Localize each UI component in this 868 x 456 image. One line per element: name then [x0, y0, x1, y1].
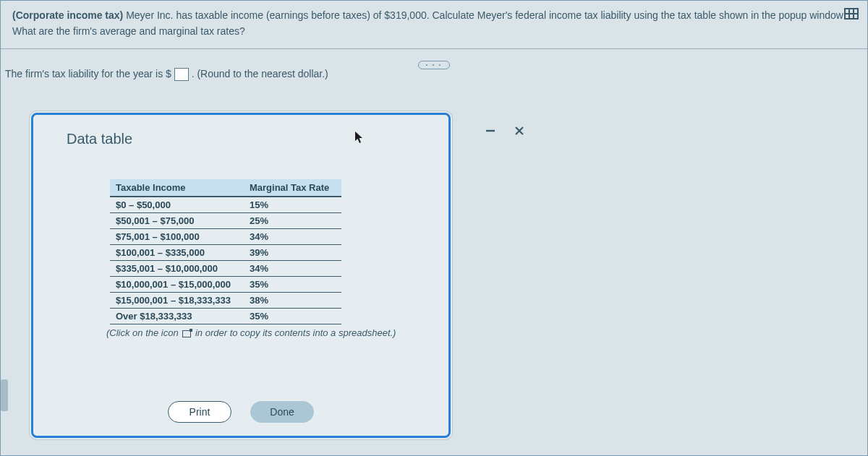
tax-table: Taxable Income Marginal Tax Rate $0 – $5… [110, 179, 430, 338]
copy-icon[interactable] [182, 330, 191, 337]
dialog-frame: Data table Taxable Income Marginal Tax R… [31, 113, 451, 438]
cell-bracket: Over $18,333,333 [110, 309, 244, 324]
cell-rate: 35% [244, 309, 341, 324]
scrollbar-handle[interactable] [1, 379, 8, 411]
question-block: (Corporate income tax) Meyer Inc. has ta… [1, 1, 867, 49]
cell-rate: 35% [244, 277, 341, 293]
cell-bracket: $15,000,001 – $18,333,333 [110, 293, 244, 309]
cell-bracket: $75,001 – $100,000 [110, 229, 244, 245]
spreadsheet-icon[interactable] [844, 8, 859, 20]
cell-rate: 39% [244, 245, 341, 261]
table-row: $50,001 – $75,00025% [110, 213, 341, 229]
question-tag: (Corporate income tax) [12, 9, 123, 21]
cell-bracket: $100,001 – $335,000 [110, 245, 244, 261]
cell-bracket: $0 – $50,000 [110, 197, 244, 213]
answer-suffix: . (Round to the nearest dollar.) [192, 68, 328, 79]
copy-note: (Click on the icon in order to copy its … [106, 324, 430, 338]
table-row: $335,001 – $10,000,00034% [110, 261, 341, 277]
copy-note-suffix: in order to copy its contents into a spr… [192, 327, 396, 338]
data-table-dialog: Data table Taxable Income Marginal Tax R… [31, 113, 487, 445]
answer-prefix: The firm's tax liability for the year is… [5, 68, 171, 79]
page-root: (Corporate income tax) Meyer Inc. has ta… [0, 0, 868, 456]
copy-note-prefix: (Click on the icon [106, 327, 181, 338]
table-row: $10,000,001 – $15,000,00035% [110, 277, 341, 293]
table-row: Over $18,333,33335% [110, 309, 341, 324]
table-row: $75,001 – $100,00034% [110, 229, 341, 245]
col-header-income: Taxable Income [110, 179, 244, 197]
table-row: $15,000,001 – $18,333,33338% [110, 293, 341, 309]
done-button[interactable]: Done [250, 401, 314, 423]
dialog-window-controls [484, 124, 526, 137]
table-row: $100,001 – $335,00039% [110, 245, 341, 261]
cell-bracket: $50,001 – $75,000 [110, 213, 244, 229]
cell-rate: 15% [244, 197, 341, 213]
close-icon[interactable] [513, 124, 526, 137]
table-row: $0 – $50,00015% [110, 197, 341, 213]
minimize-icon[interactable] [484, 124, 497, 137]
print-button[interactable]: Print [168, 401, 231, 423]
tax-liability-input[interactable] [174, 68, 189, 81]
cell-bracket: $335,001 – $10,000,000 [110, 261, 244, 277]
cell-rate: 34% [244, 261, 341, 277]
dialog-title: Data table [67, 131, 430, 147]
question-line2: What are the firm's average and marginal… [12, 25, 856, 37]
cell-rate: 34% [244, 229, 341, 245]
cell-rate: 38% [244, 293, 341, 309]
cell-rate: 25% [244, 213, 341, 229]
col-header-rate: Marginal Tax Rate [244, 179, 341, 197]
dialog-buttons: Print Done [33, 401, 448, 423]
question-line1: Meyer Inc. has taxable income (earnings … [126, 9, 846, 21]
section-collapse-handle[interactable]: • • • [418, 61, 450, 69]
cell-bracket: $10,000,001 – $15,000,000 [110, 277, 244, 293]
